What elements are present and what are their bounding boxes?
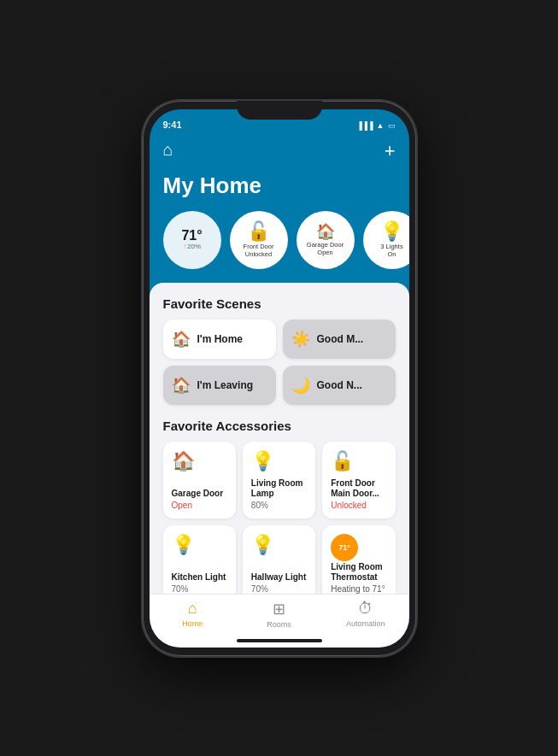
accessory-kitchen-light[interactable]: 💡 Kitchen Light 70% xyxy=(163,525,236,594)
battery-icon: ▭ xyxy=(388,121,396,130)
kitchen-light-status: 70% xyxy=(172,584,227,594)
add-button[interactable]: + xyxy=(385,140,396,162)
front-door-acc-icon: 🔓 xyxy=(331,450,386,472)
front-door-icon: 🔓 xyxy=(247,222,270,241)
home-indicator-bar xyxy=(237,639,322,642)
scenes-grid: 🏠 I'm Home ☀️ Good M... 🏠 I'm Leaving xyxy=(163,319,396,405)
garage-door-card[interactable]: 🏠 Garage DoorOpen xyxy=(297,211,355,269)
accessory-thermostat[interactable]: 71° Living Room Thermostat Heating to 71… xyxy=(322,525,395,594)
garage-door-acc-name: Garage Door xyxy=(172,489,227,499)
scenes-section-title: Favorite Scenes xyxy=(163,296,396,311)
page-title: My Home xyxy=(150,173,409,211)
humidity-value: 20% xyxy=(187,243,201,250)
tab-automation-icon: ⏱ xyxy=(358,600,373,618)
kitchen-light-name: Kitchen Light xyxy=(172,572,227,583)
status-row: 71° ↑ 20% 🔓 Front DoorUnlocked 🏠 Garage … xyxy=(150,211,409,283)
good-night-icon: 🌙 xyxy=(291,376,310,395)
scene-im-home[interactable]: 🏠 I'm Home xyxy=(163,319,276,359)
tab-rooms-icon: ⊞ xyxy=(273,600,285,618)
tab-automation[interactable]: ⏱ Automation xyxy=(322,600,408,629)
front-door-acc-status: Unlocked xyxy=(331,501,386,510)
kitchen-light-icon: 💡 xyxy=(172,534,227,556)
lamp-status: 80% xyxy=(251,501,307,510)
lamp-name: Living Room Lamp xyxy=(251,478,307,499)
white-section: Favorite Scenes 🏠 I'm Home ☀️ Good M... … xyxy=(150,283,409,594)
app-header: ⌂ + xyxy=(150,133,409,173)
notch xyxy=(237,101,322,120)
garage-door-label: Garage DoorOpen xyxy=(303,239,347,256)
status-icons: ▐▐▐ ▲ ▭ xyxy=(356,121,395,130)
home-indicator xyxy=(150,639,409,648)
scene-im-leaving[interactable]: 🏠 I'm Leaving xyxy=(163,366,276,405)
signal-icon: ▐▐▐ xyxy=(356,121,373,130)
wifi-icon: ▲ xyxy=(377,121,385,130)
front-door-acc-name: Front Door Main Door... xyxy=(331,478,386,499)
hallway-light-icon: 💡 xyxy=(251,534,307,556)
temperature-card[interactable]: 71° ↑ 20% xyxy=(163,211,221,269)
phone-frame: 9:41 ▐▐▐ ▲ ▭ ⌂ + My Home 71° ↑ xyxy=(143,101,416,656)
status-time: 9:41 xyxy=(163,120,357,130)
tab-home[interactable]: ⌂ Home xyxy=(150,600,236,629)
garage-door-acc-status: Open xyxy=(172,501,227,510)
lights-icon: 💡 xyxy=(380,222,403,241)
scroll-content[interactable]: ⌂ + My Home 71° ↑ 20% 🔓 Front DoorUnlock xyxy=(150,133,409,594)
im-leaving-icon: 🏠 xyxy=(172,376,191,395)
temp-sub: ↑ 20% xyxy=(183,243,201,250)
thermostat-circle: 71° xyxy=(331,534,358,561)
lights-card[interactable]: 💡 3 LightsOn xyxy=(363,211,409,269)
tab-bar: ⌂ Home ⊞ Rooms ⏱ Automation xyxy=(150,594,409,639)
thermostat-name: Living Room Thermostat xyxy=(331,562,386,583)
good-morning-label: Good M... xyxy=(317,333,364,345)
tab-rooms-label: Rooms xyxy=(267,620,291,629)
accessory-living-room-lamp[interactable]: 💡 Living Room Lamp 80% xyxy=(243,442,315,519)
garage-door-icon: 🏠 xyxy=(316,224,335,239)
good-night-label: Good N... xyxy=(317,379,362,391)
tab-rooms[interactable]: ⊞ Rooms xyxy=(236,600,322,629)
tab-home-label: Home xyxy=(182,619,203,628)
thermostat-status: Heating to 71° xyxy=(331,584,386,594)
tab-automation-label: Automation xyxy=(346,619,385,628)
im-home-icon: 🏠 xyxy=(172,330,191,349)
im-leaving-label: I'm Leaving xyxy=(197,379,254,391)
accessories-grid: 🏠 Garage Door Open 💡 Living Room Lamp 80… xyxy=(163,442,396,594)
lights-label: 3 LightsOn xyxy=(377,241,406,258)
accessories-section-title: Favorite Accessories xyxy=(163,419,396,433)
front-door-card[interactable]: 🔓 Front DoorUnlocked xyxy=(230,211,288,269)
accessory-garage-door[interactable]: 🏠 Garage Door Open xyxy=(163,442,236,519)
temp-value: 71° xyxy=(181,229,202,243)
phone-screen: 9:41 ▐▐▐ ▲ ▭ ⌂ + My Home 71° ↑ xyxy=(150,109,409,648)
tab-home-icon: ⌂ xyxy=(188,600,197,618)
lamp-icon: 💡 xyxy=(251,450,307,472)
good-morning-icon: ☀️ xyxy=(291,330,310,349)
scene-good-morning[interactable]: ☀️ Good M... xyxy=(283,319,396,359)
garage-door-acc-icon: 🏠 xyxy=(172,450,227,472)
front-door-label: Front DoorUnlocked xyxy=(240,241,278,258)
im-home-label: I'm Home xyxy=(197,333,244,345)
temp-arrow-icon: ↑ xyxy=(183,243,186,250)
hallway-light-status: 70% xyxy=(251,584,307,594)
accessory-hallway-light[interactable]: 💡 Hallway Light 70% xyxy=(243,525,315,594)
accessory-front-door[interactable]: 🔓 Front Door Main Door... Unlocked xyxy=(322,442,395,519)
hallway-light-name: Hallway Light xyxy=(251,572,307,583)
home-nav-icon[interactable]: ⌂ xyxy=(163,140,173,160)
scene-good-night[interactable]: 🌙 Good N... xyxy=(283,366,396,405)
